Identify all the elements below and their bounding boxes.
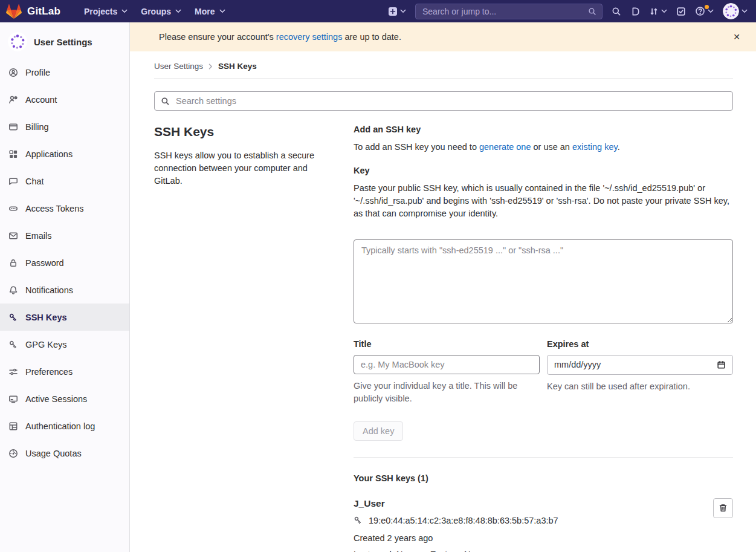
sidebar-item-preferences[interactable]: Preferences xyxy=(0,358,129,385)
sidebar-item-usage-quotas[interactable]: Usage Quotas xyxy=(0,440,129,467)
sidebar-item-label: Billing xyxy=(25,122,49,132)
monitor-icon xyxy=(8,394,18,404)
nav-menu-more[interactable]: More xyxy=(188,0,231,22)
sidebar-item-password[interactable]: Password xyxy=(0,249,129,276)
chevron-down-icon xyxy=(175,9,181,13)
date-placeholder: mm/dd/yyyy xyxy=(554,360,601,369)
top-navbar: GitLab Projects Groups More xyxy=(0,0,756,22)
nav-menu-projects[interactable]: Projects xyxy=(77,0,134,22)
global-search[interactable] xyxy=(415,4,603,19)
sidebar-item-label: Authentication log xyxy=(25,421,95,431)
key-field-label: Key xyxy=(354,166,733,175)
plus-square-icon xyxy=(388,7,398,16)
help-menu-button[interactable] xyxy=(695,6,714,16)
generate-one-link[interactable]: generate one xyxy=(479,142,531,152)
sidebar-item-label: Password xyxy=(25,258,64,268)
sidebar-item-active-sessions[interactable]: Active Sessions xyxy=(0,385,129,412)
search-button[interactable] xyxy=(612,7,621,16)
section-form-column: Add an SSH key To add an SSH key you nee… xyxy=(354,125,733,552)
ssh-key-textarea[interactable] xyxy=(354,239,733,323)
chat-icon xyxy=(8,177,18,186)
profile-icon xyxy=(8,68,18,77)
ssh-key-created: Created 2 years ago xyxy=(354,533,713,543)
sidebar-item-label: Notifications xyxy=(25,285,73,295)
merge-request-icon xyxy=(649,7,659,16)
ssh-key-list-item: J_User 19:e0:44:a5:14:c2:3a:e8:f8:48:8b:… xyxy=(354,498,733,552)
global-search-input[interactable] xyxy=(421,6,583,17)
sidebar-item-label: Chat xyxy=(25,177,44,186)
sidebar-item-ssh-keys[interactable]: SSH Keys xyxy=(0,304,129,331)
title-input[interactable] xyxy=(354,355,540,374)
sidebar-item-account[interactable]: Account xyxy=(0,86,129,113)
settings-page: User Settings SSH Keys SSH Keys SSH keys… xyxy=(130,51,756,552)
user-avatar xyxy=(723,3,739,19)
sidebar-item-chat[interactable]: Chat xyxy=(0,167,129,195)
sidebar-item-gpg-keys[interactable]: GPG Keys xyxy=(0,331,129,358)
existing-key-link[interactable]: existing key xyxy=(572,142,618,152)
nav-menu-groups[interactable]: Groups xyxy=(134,0,188,22)
navbar-right-group xyxy=(388,3,748,19)
add-key-intro: To add an SSH key you need to generate o… xyxy=(354,142,733,152)
settings-search-input[interactable] xyxy=(175,96,726,106)
sidebar-item-authentication-log[interactable]: Authentication log xyxy=(0,412,129,440)
sidebar-item-notifications[interactable]: Notifications xyxy=(0,276,129,304)
log-table-icon xyxy=(8,421,18,431)
page-description: SSH keys allow you to establish a secure… xyxy=(154,149,335,187)
issues-button[interactable] xyxy=(630,7,640,16)
emails-icon xyxy=(8,231,18,241)
breadcrumb-divider xyxy=(154,78,733,79)
sidebar-item-label: Profile xyxy=(25,68,50,77)
user-menu-button[interactable] xyxy=(723,3,748,19)
chevron-down-icon xyxy=(400,9,406,13)
applications-icon xyxy=(8,149,18,159)
gitlab-logo[interactable]: GitLab xyxy=(6,4,60,19)
key-icon xyxy=(8,313,18,322)
main-content: Please ensure your account's recovery se… xyxy=(130,22,756,552)
sidebar-item-access-tokens[interactable]: Access Tokens xyxy=(0,195,129,222)
ssh-key-expires: Expires: Never xyxy=(430,550,488,552)
expires-date-input[interactable]: mm/dd/yyyy xyxy=(547,355,733,375)
todos-button[interactable] xyxy=(676,7,686,16)
add-key-button[interactable]: Add key xyxy=(354,421,403,441)
alert-close-button[interactable]: ✕ xyxy=(727,30,746,44)
breadcrumb-ssh-keys: SSH Keys xyxy=(218,62,257,71)
sidebar-item-label: Usage Quotas xyxy=(25,449,82,458)
issues-icon xyxy=(630,7,640,16)
settings-search-box[interactable] xyxy=(154,91,733,111)
key-icon xyxy=(8,340,18,349)
expires-help: Key can still be used after expiration. xyxy=(547,380,733,393)
sidebar-item-profile[interactable]: Profile xyxy=(0,59,129,86)
breadcrumb: User Settings SSH Keys xyxy=(154,62,733,71)
merge-requests-button[interactable] xyxy=(649,7,667,16)
sidebar-item-label: Access Tokens xyxy=(25,204,83,213)
sidebar-item-applications[interactable]: Applications xyxy=(0,140,129,167)
page-title: SSH Keys xyxy=(154,125,335,139)
search-icon xyxy=(588,7,596,16)
your-ssh-keys-heading: Your SSH keys (1) xyxy=(354,473,733,483)
sidebar-item-label: Applications xyxy=(25,149,73,159)
sidebar-item-label: Account xyxy=(25,95,57,105)
sidebar-item-label: Emails xyxy=(25,231,52,241)
sidebar-title: User Settings xyxy=(34,37,92,47)
expires-label: Expires at xyxy=(547,339,733,349)
key-field-help: Paste your public SSH key, which is usua… xyxy=(354,182,733,220)
chevron-down-icon xyxy=(661,9,667,13)
keys-section-divider xyxy=(354,457,733,458)
access-tokens-icon xyxy=(8,204,18,213)
chevron-down-icon xyxy=(741,9,748,13)
user-avatar xyxy=(8,32,27,51)
recovery-alert-banner: Please ensure your account's recovery se… xyxy=(130,22,756,51)
calendar-icon[interactable] xyxy=(717,360,726,369)
delete-key-button[interactable] xyxy=(713,498,733,518)
ssh-key-fingerprint: 19:e0:44:a5:14:c2:3a:e8:f8:48:8b:63:5b:5… xyxy=(369,516,558,525)
breadcrumb-user-settings[interactable]: User Settings xyxy=(154,62,203,71)
ssh-key-name: J_User xyxy=(354,498,713,509)
close-icon: ✕ xyxy=(733,32,740,42)
key-icon xyxy=(354,516,363,525)
recovery-settings-link[interactable]: recovery settings xyxy=(276,32,343,42)
sidebar-item-billing[interactable]: Billing xyxy=(0,113,129,140)
chevron-down-icon xyxy=(219,9,225,13)
new-menu-button[interactable] xyxy=(388,7,406,16)
sidebar-item-label: SSH Keys xyxy=(25,313,67,322)
sidebar-item-emails[interactable]: Emails xyxy=(0,222,129,249)
